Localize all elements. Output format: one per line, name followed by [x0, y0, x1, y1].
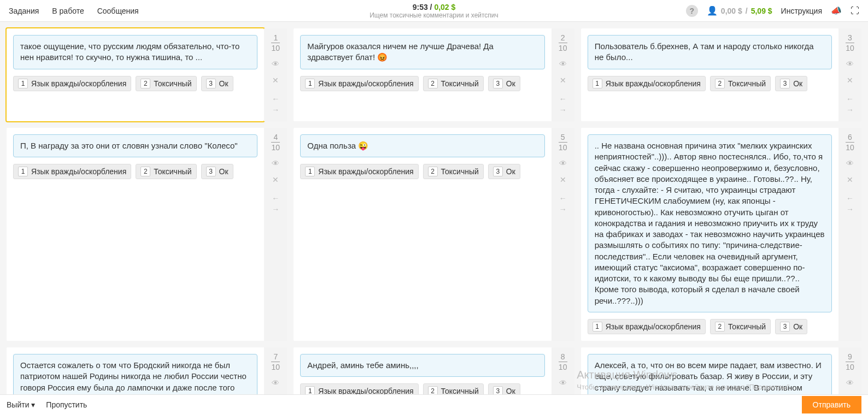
answers-row: 1Язык вражды/оскорбления2Токсичный3Ок	[300, 76, 544, 91]
answer-a2[interactable]: 2Токсичный	[423, 164, 484, 179]
user-icon: 👤	[707, 5, 718, 16]
answer-label: Ок	[219, 79, 228, 88]
answer-hotkey: 3	[493, 386, 503, 394]
megaphone-icon[interactable]: 📣	[831, 5, 842, 16]
help-icon[interactable]: ?	[686, 5, 698, 17]
task-card: Пользователь б.брехнев, А там и народу с…	[581, 28, 861, 121]
header-nav: Задания В работе Сообщения	[9, 7, 139, 15]
task-nav: ←→	[846, 94, 854, 114]
answer-a2[interactable]: 2Токсичный	[136, 164, 196, 179]
task-counter: 310	[846, 34, 854, 52]
answer-label: Токсичный	[728, 322, 766, 331]
task-card-main: .. Не названа основная причина этих "мел…	[581, 128, 838, 341]
task-counter: 710	[271, 353, 280, 371]
eye-icon[interactable]: 👁	[846, 60, 854, 68]
next-icon[interactable]: →	[272, 105, 279, 114]
close-icon[interactable]: ✕	[272, 175, 279, 184]
answer-hotkey: 2	[715, 79, 725, 88]
task-card-main: Пользователь б.брехнев, А там и народу с…	[581, 28, 838, 121]
close-icon[interactable]: ✕	[560, 175, 566, 184]
next-icon[interactable]: →	[559, 205, 567, 214]
eye-icon[interactable]: 👁	[559, 159, 567, 168]
close-icon[interactable]: ✕	[272, 76, 279, 85]
answer-a1[interactable]: 1Язык вражды/оскорбления	[300, 383, 418, 394]
prev-icon[interactable]: ←	[272, 194, 279, 203]
eye-icon[interactable]: 👁	[846, 378, 854, 387]
task-counter: 210	[559, 34, 567, 52]
task-card-main: Одна польза 😜1Язык вражды/оскорбления2То…	[294, 128, 551, 341]
tasks-grid: такое ощущение, что русским людям обязат…	[7, 28, 861, 394]
answer-label: Токсичный	[441, 79, 479, 88]
task-card: Алексей, а то, что он во всем мире падае…	[581, 347, 861, 394]
answer-a3[interactable]: 3Ок	[775, 319, 807, 334]
eye-icon[interactable]: 👁	[559, 378, 567, 387]
close-icon[interactable]: ✕	[560, 76, 566, 85]
answer-a2[interactable]: 2Токсичный	[710, 76, 771, 91]
answer-a3[interactable]: 3Ок	[488, 383, 520, 394]
next-icon[interactable]: →	[272, 205, 279, 214]
task-title: Ищем токсичные комментарии и хейтспич	[370, 11, 498, 19]
answer-hotkey: 1	[593, 79, 602, 88]
answer-a1[interactable]: 1Язык вражды/оскорбления	[300, 164, 418, 179]
prev-icon[interactable]: ←	[846, 194, 854, 203]
answer-a2[interactable]: 2Токсичный	[423, 76, 484, 91]
comment-text: .. Не названа основная причина этих "мел…	[588, 134, 832, 312]
answer-label: Ок	[793, 79, 802, 88]
answers-row: 1Язык вражды/оскорбления2Токсичный3Ок	[300, 383, 544, 394]
answer-a1[interactable]: 1Язык вражды/оскорбления	[300, 76, 418, 91]
answer-a3[interactable]: 3Ок	[488, 164, 520, 179]
answer-label: Ок	[506, 167, 515, 176]
nav-tasks[interactable]: Задания	[9, 7, 39, 15]
close-icon[interactable]: ✕	[847, 175, 853, 184]
answer-hotkey: 1	[305, 79, 315, 88]
answer-a2[interactable]: 2Токсичный	[710, 319, 771, 334]
answer-label: Токсичный	[728, 79, 766, 88]
answer-a2[interactable]: 2Токсичный	[423, 383, 484, 394]
task-card-main: такое ощущение, что русским людям обязат…	[7, 28, 264, 121]
answer-a3[interactable]: 3Ок	[201, 164, 233, 179]
task-card-main: П, В награду за это они от словян узнали…	[7, 128, 264, 341]
eye-icon[interactable]: 👁	[559, 60, 567, 68]
answer-hotkey: 1	[593, 322, 602, 332]
task-counter: 410	[271, 133, 280, 151]
answer-a1[interactable]: 1Язык вражды/оскорбления	[588, 319, 706, 334]
comment-text: П, В награду за это они от словян узнали…	[13, 134, 257, 157]
instructions-link[interactable]: Инструкция	[781, 7, 822, 15]
task-card-main: Алексей, а то, что он во всем мире падае…	[581, 347, 838, 394]
next-icon[interactable]: →	[846, 105, 854, 114]
nav-working[interactable]: В работе	[52, 7, 84, 15]
answer-label: Язык вражды/оскорбления	[318, 167, 413, 176]
prev-icon[interactable]: ←	[559, 194, 567, 203]
eye-icon[interactable]: 👁	[272, 378, 279, 387]
answer-a1[interactable]: 1Язык вражды/оскорбления	[13, 76, 131, 91]
close-icon[interactable]: ✕	[847, 76, 853, 85]
answers-row: 1Язык вражды/оскорбления2Токсичный3Ок	[588, 76, 832, 91]
next-icon[interactable]: →	[846, 205, 854, 214]
tasks-viewport[interactable]: такое ощущение, что русским людям обязат…	[0, 22, 868, 394]
answer-a3[interactable]: 3Ок	[201, 76, 233, 91]
comment-text: такое ощущение, что русским людям обязат…	[13, 35, 257, 69]
answer-a2[interactable]: 2Токсичный	[136, 76, 196, 91]
answer-label: Ок	[793, 322, 802, 331]
prev-icon[interactable]: ←	[846, 94, 854, 103]
answer-a1[interactable]: 1Язык вражды/оскорбления	[588, 76, 706, 91]
task-card: .. Не названа основная причина этих "мел…	[581, 128, 861, 341]
task-sidebar: 610👁✕←→	[838, 128, 861, 341]
task-sidebar: 110👁✕←→	[264, 28, 287, 121]
prev-icon[interactable]: ←	[559, 94, 567, 103]
eye-icon[interactable]: 👁	[272, 159, 279, 168]
eye-icon[interactable]: 👁	[846, 159, 854, 168]
answer-a3[interactable]: 3Ок	[775, 76, 807, 91]
prev-icon[interactable]: ←	[272, 94, 279, 103]
answer-label: Язык вражды/оскорбления	[318, 387, 413, 394]
answer-hotkey: 2	[140, 79, 150, 88]
eye-icon[interactable]: 👁	[272, 60, 279, 68]
answer-hotkey: 1	[18, 79, 28, 88]
timer-time: 9:53	[413, 3, 428, 11]
answer-a1[interactable]: 1Язык вражды/оскорбления	[13, 164, 131, 179]
nav-messages[interactable]: Сообщения	[97, 7, 139, 15]
next-icon[interactable]: →	[559, 105, 567, 114]
fullscreen-icon[interactable]: ⛶	[851, 6, 859, 16]
answer-a3[interactable]: 3Ок	[488, 76, 520, 91]
balance: 👤 0,00 $ / 5,09 $	[707, 5, 772, 16]
